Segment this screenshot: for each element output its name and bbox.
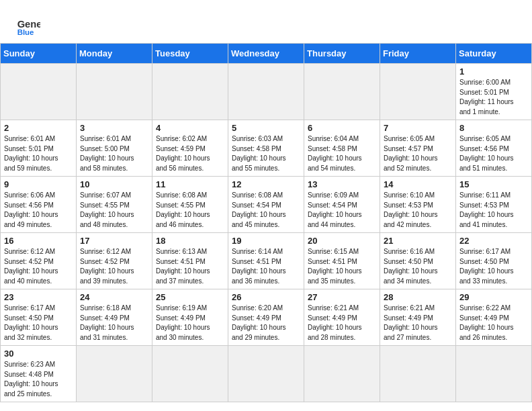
day-info: Sunrise: 6:21 AM Sunset: 4:49 PM Dayligh… <box>384 304 452 342</box>
day-number: 13 <box>308 179 376 189</box>
calendar-cell <box>456 346 532 402</box>
weekday-header-saturday: Saturday <box>456 44 532 64</box>
calendar-table: SundayMondayTuesdayWednesdayThursdayFrid… <box>0 43 532 402</box>
calendar-cell <box>77 346 152 402</box>
day-number: 29 <box>459 292 528 302</box>
weekday-header-tuesday: Tuesday <box>152 44 228 64</box>
calendar-cell <box>1 64 77 120</box>
day-info: Sunrise: 6:17 AM Sunset: 4:50 PM Dayligh… <box>4 304 73 342</box>
svg-text:General: General <box>17 19 40 30</box>
calendar-cell: 29Sunrise: 6:22 AM Sunset: 4:49 PM Dayli… <box>456 289 532 346</box>
day-number: 19 <box>232 236 300 246</box>
header: General Blue <box>0 0 532 43</box>
day-info: Sunrise: 6:14 AM Sunset: 4:51 PM Dayligh… <box>232 247 300 286</box>
weekday-header-friday: Friday <box>380 44 456 64</box>
logo: General Blue <box>16 12 40 36</box>
day-number: 9 <box>4 179 73 189</box>
calendar-cell: 24Sunrise: 6:18 AM Sunset: 4:49 PM Dayli… <box>77 289 152 346</box>
calendar-cell <box>304 64 380 120</box>
calendar-cell: 2Sunrise: 6:01 AM Sunset: 5:01 PM Daylig… <box>1 120 77 177</box>
calendar-week-4: 23Sunrise: 6:17 AM Sunset: 4:50 PM Dayli… <box>1 289 532 346</box>
calendar-cell: 1Sunrise: 6:00 AM Sunset: 5:01 PM Daylig… <box>456 64 532 120</box>
day-info: Sunrise: 6:03 AM Sunset: 4:58 PM Dayligh… <box>232 134 300 173</box>
day-info: Sunrise: 6:20 AM Sunset: 4:49 PM Dayligh… <box>232 304 300 342</box>
day-number: 22 <box>459 236 528 246</box>
calendar-cell: 7Sunrise: 6:05 AM Sunset: 4:57 PM Daylig… <box>380 120 456 177</box>
weekday-header-thursday: Thursday <box>304 44 380 64</box>
calendar-week-3: 16Sunrise: 6:12 AM Sunset: 4:52 PM Dayli… <box>1 233 532 289</box>
day-info: Sunrise: 6:04 AM Sunset: 4:58 PM Dayligh… <box>308 134 376 173</box>
calendar-cell: 10Sunrise: 6:07 AM Sunset: 4:55 PM Dayli… <box>77 177 152 233</box>
day-info: Sunrise: 6:16 AM Sunset: 4:50 PM Dayligh… <box>384 247 452 286</box>
day-info: Sunrise: 6:12 AM Sunset: 4:52 PM Dayligh… <box>4 247 73 286</box>
calendar-week-5: 30Sunrise: 6:23 AM Sunset: 4:48 PM Dayli… <box>1 346 532 402</box>
day-info: Sunrise: 6:08 AM Sunset: 4:55 PM Dayligh… <box>156 191 224 230</box>
day-number: 1 <box>459 66 528 77</box>
day-info: Sunrise: 6:15 AM Sunset: 4:51 PM Dayligh… <box>308 247 376 286</box>
calendar-cell: 14Sunrise: 6:10 AM Sunset: 4:53 PM Dayli… <box>380 177 456 233</box>
day-number: 26 <box>232 292 300 302</box>
day-number: 18 <box>156 236 224 246</box>
day-info: Sunrise: 6:08 AM Sunset: 4:54 PM Dayligh… <box>232 191 300 230</box>
day-number: 30 <box>4 349 73 359</box>
day-number: 5 <box>232 123 300 133</box>
day-info: Sunrise: 6:22 AM Sunset: 4:49 PM Dayligh… <box>459 304 528 342</box>
calendar-cell: 8Sunrise: 6:05 AM Sunset: 4:56 PM Daylig… <box>456 120 532 177</box>
calendar-cell: 23Sunrise: 6:17 AM Sunset: 4:50 PM Dayli… <box>1 289 77 346</box>
calendar-cell <box>152 346 228 402</box>
day-info: Sunrise: 6:05 AM Sunset: 4:56 PM Dayligh… <box>459 134 528 173</box>
day-info: Sunrise: 6:13 AM Sunset: 4:51 PM Dayligh… <box>156 247 224 286</box>
day-number: 3 <box>80 123 148 133</box>
calendar-cell: 19Sunrise: 6:14 AM Sunset: 4:51 PM Dayli… <box>228 233 304 289</box>
calendar-cell: 25Sunrise: 6:19 AM Sunset: 4:49 PM Dayli… <box>152 289 228 346</box>
day-info: Sunrise: 6:06 AM Sunset: 4:56 PM Dayligh… <box>4 191 73 230</box>
day-number: 6 <box>308 123 376 133</box>
day-info: Sunrise: 6:17 AM Sunset: 4:50 PM Dayligh… <box>459 247 528 286</box>
day-number: 25 <box>156 292 224 302</box>
calendar-cell: 12Sunrise: 6:08 AM Sunset: 4:54 PM Dayli… <box>228 177 304 233</box>
day-number: 12 <box>232 179 300 189</box>
day-number: 17 <box>80 236 148 246</box>
day-number: 23 <box>4 292 73 302</box>
day-number: 8 <box>459 123 528 133</box>
calendar-cell: 9Sunrise: 6:06 AM Sunset: 4:56 PM Daylig… <box>1 177 77 233</box>
day-number: 11 <box>156 179 224 189</box>
calendar-week-1: 2Sunrise: 6:01 AM Sunset: 5:01 PM Daylig… <box>1 120 532 177</box>
calendar-cell: 5Sunrise: 6:03 AM Sunset: 4:58 PM Daylig… <box>228 120 304 177</box>
calendar-cell <box>380 64 456 120</box>
day-info: Sunrise: 6:09 AM Sunset: 4:54 PM Dayligh… <box>308 191 376 230</box>
calendar-cell <box>77 64 152 120</box>
calendar-cell <box>152 64 228 120</box>
day-info: Sunrise: 6:10 AM Sunset: 4:53 PM Dayligh… <box>384 191 452 230</box>
day-number: 2 <box>4 123 73 133</box>
day-number: 28 <box>384 292 452 302</box>
calendar-cell: 11Sunrise: 6:08 AM Sunset: 4:55 PM Dayli… <box>152 177 228 233</box>
weekday-header-row: SundayMondayTuesdayWednesdayThursdayFrid… <box>1 44 532 64</box>
day-number: 15 <box>459 179 528 189</box>
calendar-cell: 27Sunrise: 6:21 AM Sunset: 4:49 PM Dayli… <box>304 289 380 346</box>
day-number: 4 <box>156 123 224 133</box>
day-info: Sunrise: 6:00 AM Sunset: 5:01 PM Dayligh… <box>459 78 528 117</box>
calendar-cell: 28Sunrise: 6:21 AM Sunset: 4:49 PM Dayli… <box>380 289 456 346</box>
day-number: 20 <box>308 236 376 246</box>
page: General Blue SundayMondayTuesdayWednesda… <box>0 0 532 402</box>
day-number: 10 <box>80 179 148 189</box>
calendar-cell: 22Sunrise: 6:17 AM Sunset: 4:50 PM Dayli… <box>456 233 532 289</box>
day-number: 16 <box>4 236 73 246</box>
calendar-cell: 18Sunrise: 6:13 AM Sunset: 4:51 PM Dayli… <box>152 233 228 289</box>
day-info: Sunrise: 6:02 AM Sunset: 4:59 PM Dayligh… <box>156 134 224 173</box>
weekday-header-monday: Monday <box>77 44 152 64</box>
day-number: 27 <box>308 292 376 302</box>
day-info: Sunrise: 6:01 AM Sunset: 5:00 PM Dayligh… <box>80 134 148 173</box>
day-info: Sunrise: 6:11 AM Sunset: 4:53 PM Dayligh… <box>459 191 528 230</box>
weekday-header-sunday: Sunday <box>1 44 77 64</box>
day-info: Sunrise: 6:12 AM Sunset: 4:52 PM Dayligh… <box>80 247 148 286</box>
day-number: 14 <box>384 179 452 189</box>
calendar-cell <box>380 346 456 402</box>
day-info: Sunrise: 6:01 AM Sunset: 5:01 PM Dayligh… <box>4 134 73 173</box>
logo-icon: General Blue <box>16 12 40 36</box>
calendar-cell <box>304 346 380 402</box>
calendar-cell: 15Sunrise: 6:11 AM Sunset: 4:53 PM Dayli… <box>456 177 532 233</box>
day-info: Sunrise: 6:05 AM Sunset: 4:57 PM Dayligh… <box>384 134 452 173</box>
calendar-cell: 30Sunrise: 6:23 AM Sunset: 4:48 PM Dayli… <box>1 346 77 402</box>
